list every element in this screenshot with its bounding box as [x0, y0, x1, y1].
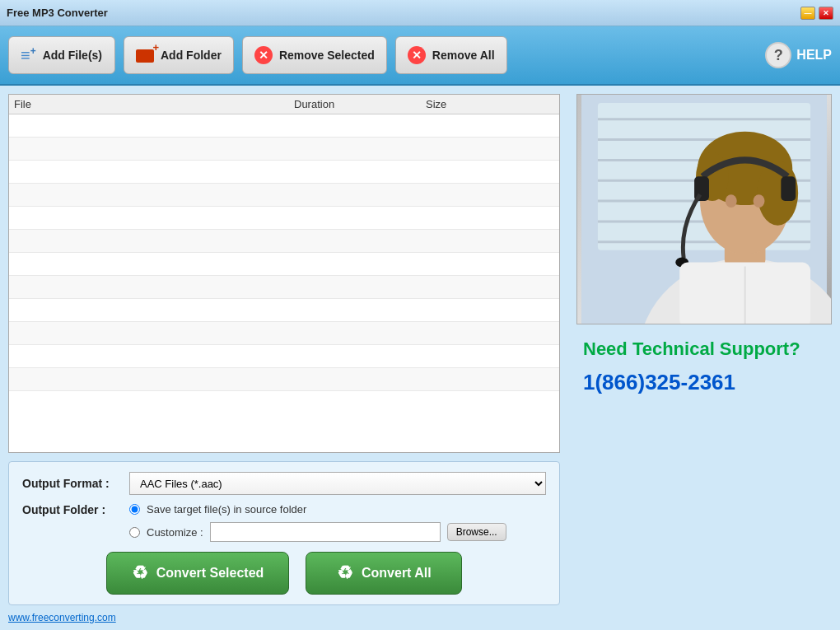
left-panel: File Duration Size	[0, 86, 568, 630]
remove-all-button[interactable]: ✕ Remove All	[395, 36, 507, 74]
site-link[interactable]: www.freeconverting.com	[8, 612, 560, 623]
help-label: HELP	[796, 48, 832, 63]
source-folder-label: Save target file(s) in source folder	[147, 503, 306, 516]
minimize-button[interactable]: —	[800, 7, 815, 20]
file-list-rows[interactable]	[9, 114, 559, 450]
add-folder-button[interactable]: + Add Folder	[124, 36, 234, 74]
source-folder-radio[interactable]	[129, 504, 140, 515]
remove-selected-button[interactable]: ✕ Remove Selected	[242, 36, 387, 74]
source-folder-option: Save target file(s) in source folder	[129, 503, 506, 516]
col-size-header: Size	[426, 98, 554, 110]
customize-input[interactable]	[210, 522, 441, 542]
support-phone: 1(866)325-2361	[583, 370, 825, 395]
svg-point-16	[726, 194, 737, 208]
table-row	[9, 368, 559, 391]
output-settings: Output Format : AAC Files (*.aac)MP3 Fil…	[8, 461, 560, 605]
svg-point-17	[754, 194, 765, 208]
main-area: File Duration Size	[0, 86, 840, 630]
table-row	[9, 230, 559, 253]
table-row	[9, 276, 559, 299]
add-files-button[interactable]: ≡+ Add File(s)	[8, 36, 115, 74]
remove-selected-label: Remove Selected	[279, 49, 375, 62]
customize-label: Customize :	[147, 526, 203, 539]
convert-all-icon: ♻	[337, 562, 353, 584]
add-folder-label: Add Folder	[161, 49, 222, 62]
col-duration-header: Duration	[294, 98, 426, 110]
folder-options: Save target file(s) in source folder Cus…	[129, 503, 506, 542]
col-file-header: File	[14, 98, 294, 110]
convert-all-label: Convert All	[362, 566, 432, 581]
customize-folder-radio[interactable]	[129, 527, 140, 538]
table-row	[9, 138, 559, 161]
help-icon: ?	[765, 42, 791, 68]
support-heading: Need Technical Support?	[583, 338, 825, 362]
format-label: Output Format :	[22, 477, 121, 490]
table-row	[9, 299, 559, 322]
add-folder-icon: +	[136, 48, 154, 62]
file-list-container: File Duration Size	[8, 94, 560, 453]
close-button[interactable]: ✕	[819, 7, 833, 20]
support-image	[576, 94, 832, 324]
support-image-svg	[577, 95, 831, 324]
table-row	[9, 253, 559, 276]
browse-button[interactable]: Browse...	[447, 523, 506, 541]
remove-all-icon: ✕	[408, 46, 426, 64]
right-panel: Need Technical Support? 1(866)325-2361	[568, 86, 840, 630]
add-files-icon: ≡+	[21, 45, 36, 65]
convert-selected-icon: ♻	[132, 562, 148, 584]
add-files-label: Add File(s)	[43, 49, 102, 62]
convert-selected-label: Convert Selected	[156, 566, 264, 581]
help-button[interactable]: ? HELP	[765, 42, 832, 68]
app-title: Free MP3 Converter	[7, 7, 800, 19]
folder-label: Output Folder :	[22, 503, 121, 516]
support-text: Need Technical Support? 1(866)325-2361	[576, 324, 832, 408]
table-row	[9, 322, 559, 345]
convert-row: ♻ Convert Selected ♻ Convert All	[22, 552, 546, 595]
table-row	[9, 207, 559, 230]
remove-selected-icon: ✕	[254, 46, 273, 64]
table-row	[9, 184, 559, 207]
table-row	[9, 161, 559, 184]
svg-rect-19	[781, 176, 796, 201]
titlebar-controls: — ✕	[800, 7, 833, 20]
customize-folder-option: Customize : Browse...	[129, 522, 506, 542]
titlebar: Free MP3 Converter — ✕	[0, 0, 840, 26]
format-select[interactable]: AAC Files (*.aac)MP3 Files (*.mp3)WAV Fi…	[129, 472, 546, 495]
table-row	[9, 345, 559, 368]
table-row	[9, 114, 559, 138]
folder-row: Output Folder : Save target file(s) in s…	[22, 503, 546, 542]
remove-all-label: Remove All	[432, 49, 495, 62]
toolbar: ≡+ Add File(s) + Add Folder ✕ Remove Sel…	[0, 26, 840, 86]
format-row: Output Format : AAC Files (*.aac)MP3 Fil…	[22, 472, 546, 495]
convert-all-button[interactable]: ♻ Convert All	[306, 552, 462, 595]
file-list-header: File Duration Size	[9, 95, 559, 114]
convert-selected-button[interactable]: ♻ Convert Selected	[106, 552, 290, 595]
